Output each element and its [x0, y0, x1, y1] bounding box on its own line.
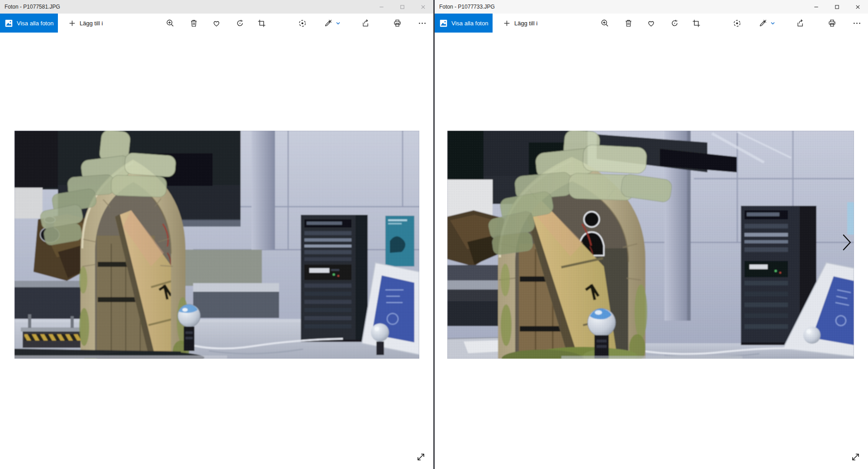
view-all-photos-label: Visa alla foton	[451, 20, 488, 27]
view-all-photos-button[interactable]: Visa alla foton	[0, 14, 58, 33]
crop-icon	[692, 19, 701, 28]
rotate-icon	[235, 19, 245, 28]
photos-app-icon	[440, 19, 447, 27]
expand-icon	[416, 452, 426, 462]
print-icon	[827, 19, 837, 28]
more-icon	[417, 19, 427, 28]
toolbar: Visa alla foton Lägg till i	[435, 14, 868, 33]
view-all-photos-button[interactable]: Visa alla foton	[435, 14, 493, 33]
photo-viewer[interactable]	[14, 131, 419, 359]
next-photo-button[interactable]	[841, 232, 854, 253]
photo-image	[447, 131, 854, 359]
heart-icon	[646, 19, 656, 28]
chevron-right-icon	[841, 232, 853, 252]
zoom-button[interactable]	[162, 15, 178, 31]
rotate-icon	[670, 19, 679, 28]
window-title: Foton - P1077581.JPG	[0, 4, 60, 10]
plus-icon	[503, 20, 510, 27]
trash-icon	[189, 19, 199, 28]
fullscreen-button[interactable]	[849, 451, 861, 463]
minimize-button[interactable]	[806, 0, 826, 14]
expand-icon	[850, 452, 861, 462]
delete-button[interactable]	[185, 15, 202, 31]
delete-button[interactable]	[620, 15, 636, 31]
maximize-icon	[400, 5, 405, 9]
add-to-label: Lägg till i	[80, 20, 103, 27]
rotate-button[interactable]	[232, 15, 248, 31]
zoom-button[interactable]	[597, 15, 613, 31]
maximize-button[interactable]	[392, 0, 413, 14]
zoom-in-icon	[600, 19, 610, 28]
more-icon	[852, 19, 862, 28]
trash-icon	[624, 19, 633, 28]
close-button[interactable]	[413, 0, 433, 14]
share-icon	[360, 19, 370, 28]
photo-image	[14, 131, 419, 359]
close-icon	[421, 5, 426, 9]
view-all-photos-label: Visa alla foton	[17, 20, 53, 27]
window-title: Foton - P1077733.JPG	[435, 4, 495, 10]
enhance-button[interactable]	[729, 15, 745, 31]
window-controls	[371, 0, 433, 14]
minimize-button[interactable]	[371, 0, 392, 14]
crop-icon	[257, 19, 266, 28]
zoom-in-icon	[166, 19, 175, 28]
more-button[interactable]	[414, 15, 430, 31]
close-icon	[855, 5, 860, 9]
photos-window-1: Foton - P1077581.JPG Visa alla foton Läg…	[0, 0, 433, 469]
photos-app-icon	[5, 19, 13, 27]
window-controls	[806, 0, 868, 14]
print-icon	[393, 19, 402, 28]
chevron-down-icon	[336, 21, 341, 26]
crop-button[interactable]	[253, 15, 270, 31]
enhance-button[interactable]	[294, 15, 310, 31]
favorite-button[interactable]	[643, 15, 659, 31]
toolbar: Visa alla foton Lägg till i	[0, 14, 433, 33]
maximize-button[interactable]	[826, 0, 847, 14]
edit-create-button[interactable]	[318, 15, 346, 31]
add-to-button[interactable]: Lägg till i	[66, 14, 105, 33]
photos-window-2: Foton - P1077733.JPG Visa alla foton Läg…	[435, 0, 868, 469]
fullscreen-button[interactable]	[415, 451, 427, 463]
photo-viewer[interactable]	[447, 131, 854, 359]
share-icon	[795, 19, 805, 28]
minimize-icon	[379, 5, 384, 9]
enhance-icon	[298, 19, 307, 28]
edit-create-icon	[758, 19, 768, 28]
share-button[interactable]	[357, 15, 373, 31]
chevron-down-icon	[770, 21, 775, 26]
add-to-label: Lägg till i	[514, 20, 537, 27]
more-button[interactable]	[849, 15, 865, 31]
edit-create-icon	[323, 19, 333, 28]
add-to-button[interactable]: Lägg till i	[501, 14, 540, 33]
titlebar[interactable]: Foton - P1077733.JPG	[435, 0, 868, 14]
minimize-icon	[814, 5, 819, 9]
edit-create-button[interactable]	[752, 15, 781, 31]
rotate-button[interactable]	[666, 15, 683, 31]
heart-icon	[212, 19, 221, 28]
maximize-icon	[835, 5, 840, 9]
desktop: Foton - P1077581.JPG Visa alla foton Läg…	[0, 0, 868, 469]
print-button[interactable]	[824, 15, 840, 31]
plus-icon	[69, 20, 76, 27]
titlebar[interactable]: Foton - P1077581.JPG	[0, 0, 433, 14]
crop-button[interactable]	[688, 15, 704, 31]
enhance-icon	[732, 19, 742, 28]
close-button[interactable]	[847, 0, 868, 14]
print-button[interactable]	[389, 15, 405, 31]
share-button[interactable]	[792, 15, 808, 31]
favorite-button[interactable]	[208, 15, 224, 31]
